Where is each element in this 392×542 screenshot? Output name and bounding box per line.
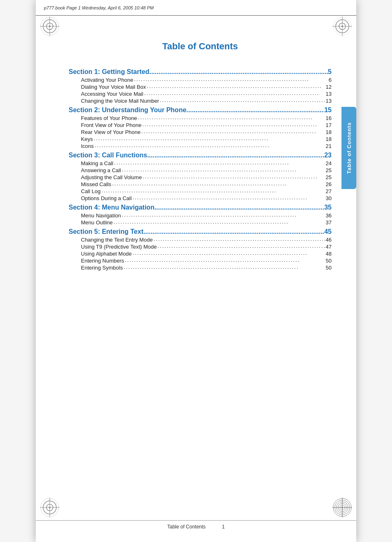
sub-dots-3-5: ........................................… (101, 187, 325, 194)
sub-dots-3-6: ........................................… (133, 194, 325, 201)
toc-sub-1-3: Accessing Your Voice Mail ..............… (69, 91, 332, 97)
sub-title-5-5: Entering Symbols (81, 265, 123, 271)
section-page-rebuilt-0: 5 (328, 68, 332, 76)
book-page: p777.book Page 1 Wednesday, April 6, 200… (36, 0, 356, 542)
sub-page-1-3: 13 (326, 91, 332, 97)
footer-label: Table of Contents (167, 524, 205, 530)
sub-title-2-1: Features of Your Phone (81, 115, 137, 121)
sub-title-5-2: Using T9 (Predictive Text) Mode (81, 244, 157, 250)
section-dots-rebuilt-4: ........................................… (143, 228, 324, 235)
header-text: p777.book Page 1 Wednesday, April 6, 200… (44, 5, 154, 10)
toc-sub-2-5: Icons ..................................… (69, 143, 332, 149)
corner-decoration-bl (40, 498, 60, 517)
toc-section-1: Section 1: Getting Started .............… (69, 68, 332, 104)
sub-page-2-2: 17 (326, 122, 332, 128)
sub-page-5-2: 47 (326, 244, 332, 250)
sub-dots-5-5: ........................................… (124, 264, 325, 270)
sub-title-3-4: Missed Calls (81, 181, 111, 187)
sub-page-1-1: 6 (329, 77, 332, 83)
sub-title-3-6: Options During a Call (81, 195, 132, 201)
sub-page-5-3: 48 (326, 251, 332, 257)
sub-title-2-4: Keys (81, 136, 93, 142)
sub-title-1-3: Accessing Your Voice Mail (81, 91, 143, 97)
sub-page-1-4: 13 (326, 98, 332, 104)
sub-page-5-1: 46 (326, 237, 332, 243)
toc-sub-5-5: Entering Symbols .......................… (69, 265, 332, 271)
sub-page-5-4: 50 (326, 258, 332, 264)
sub-title-1-1: Activating Your Phone (81, 77, 133, 83)
toc-sub-1-1: Activating Your Phone ..................… (69, 77, 332, 83)
section-page-rebuilt-2: 23 (324, 152, 332, 159)
sub-page-1-2: 12 (326, 84, 332, 90)
sub-dots-2-5: ........................................… (95, 142, 325, 148)
toc-section-4: Section 4: Menu Navigation .............… (69, 204, 332, 226)
page-title: Table of Contents (69, 41, 332, 52)
side-tab-label: Table of Contents (346, 122, 352, 174)
section-title-rebuilt-4: Section 5: Entering Text (69, 228, 143, 235)
sub-dots-5-1: ........................................… (154, 236, 325, 242)
section-title-rebuilt-0: Section 1: Getting Started (69, 68, 149, 76)
sub-dots-3-3: ........................................… (143, 173, 325, 180)
sub-title-3-1: Making a Call (81, 160, 113, 166)
sub-page-2-1: 16 (326, 115, 332, 121)
toc-sub-4-1: Menu Navigation ........................… (69, 212, 332, 219)
section-title-rebuilt-2: Section 3: Call Functions (69, 152, 147, 159)
sub-title-2-2: Front View of Your Phone (81, 122, 141, 128)
section-heading-4: Section 4: Menu Navigation .............… (69, 204, 332, 211)
sub-page-3-4: 26 (326, 181, 332, 187)
sub-dots-3-4: ........................................… (112, 180, 325, 187)
toc-sub-2-2: Front View of Your Phone ...............… (69, 122, 332, 128)
toc-sub-3-3: Adjusting the Call Volume ..............… (69, 174, 332, 180)
toc-sub-5-4: Entering Numbers .......................… (69, 258, 332, 264)
sub-page-2-4: 18 (326, 136, 332, 142)
sub-page-4-2: 37 (326, 219, 332, 226)
footer-page-number: 1 (222, 524, 225, 530)
main-content: Table of Contents Section 1: Getting Sta… (69, 41, 332, 509)
sub-dots-4-1: ........................................… (122, 212, 325, 218)
corner-decoration-tr (332, 16, 352, 36)
section-dots-rebuilt-3: ........................................… (154, 204, 324, 211)
sub-page-2-5: 21 (326, 143, 332, 149)
toc-sub-5-1: Changing the Text Entry Mode ...........… (69, 237, 332, 243)
sub-page-3-2: 25 (326, 167, 332, 173)
sub-dots-1-4: ........................................… (160, 97, 325, 103)
sub-page-2-3: 18 (326, 129, 332, 135)
footer: Table of Contents 1 (36, 520, 356, 530)
sub-dots-1-3: ........................................… (144, 90, 325, 96)
sub-title-3-3: Adjusting the Call Volume (81, 174, 142, 180)
sub-page-4-1: 36 (326, 212, 332, 219)
page-container: p777.book Page 1 Wednesday, April 6, 200… (0, 0, 392, 542)
section-dots-rebuilt-1: ........................................… (187, 106, 325, 114)
sub-dots-5-2: ........................................… (157, 243, 325, 249)
side-tab: Table of Contents (341, 107, 356, 189)
toc-sub-5-2: Using T9 (Predictive Text) Mode ........… (69, 244, 332, 250)
sub-dots-1-2: ........................................… (147, 83, 325, 89)
sub-dots-2-1: ........................................… (138, 114, 325, 120)
toc-sub-3-4: Missed Calls ...........................… (69, 181, 332, 187)
section-heading-3: Section 3: Call Functions ..............… (69, 152, 332, 159)
section-title-rebuilt-1: Section 2: Understanding Your Phone (69, 106, 187, 114)
sub-dots-2-4: ........................................… (94, 135, 325, 141)
section-dots-rebuilt-2: ........................................… (147, 152, 324, 159)
section-heading-5: Section 5: Entering Text ...............… (69, 228, 332, 235)
sub-title-2-5: Icons (81, 143, 94, 149)
toc-sub-3-1: Making a Call ..........................… (69, 160, 332, 166)
toc-list: Section 1: Getting Started .............… (69, 68, 332, 271)
toc-sub-2-4: Keys ...................................… (69, 136, 332, 142)
sub-title-5-1: Changing the Text Entry Mode (81, 237, 153, 243)
toc-section-2: Section 2: Understanding Your Phone ....… (69, 106, 332, 149)
sub-dots-3-1: ........................................… (114, 159, 325, 166)
sub-dots-1-1: ........................................… (134, 76, 328, 82)
toc-sub-3-5: Call Log ...............................… (69, 188, 332, 194)
section-dots-rebuilt-0: ........................................… (149, 68, 328, 76)
sub-title-4-1: Menu Navigation (81, 212, 121, 219)
sub-title-3-5: Call Log (81, 188, 101, 194)
sub-title-5-4: Entering Numbers (81, 258, 124, 264)
toc-sub-4-2: Menu Outline ...........................… (69, 219, 332, 226)
toc-sub-2-3: Rear View of Your Phone ................… (69, 129, 332, 135)
section-page-rebuilt-4: 45 (324, 228, 332, 235)
sub-page-3-5: 27 (326, 188, 332, 194)
toc-sub-1-2: Dialing Your Voice Mail Box ............… (69, 84, 332, 90)
sub-title-1-4: Changing the Voice Mail Number (81, 98, 159, 104)
toc-sub-2-1: Features of Your Phone .................… (69, 115, 332, 121)
